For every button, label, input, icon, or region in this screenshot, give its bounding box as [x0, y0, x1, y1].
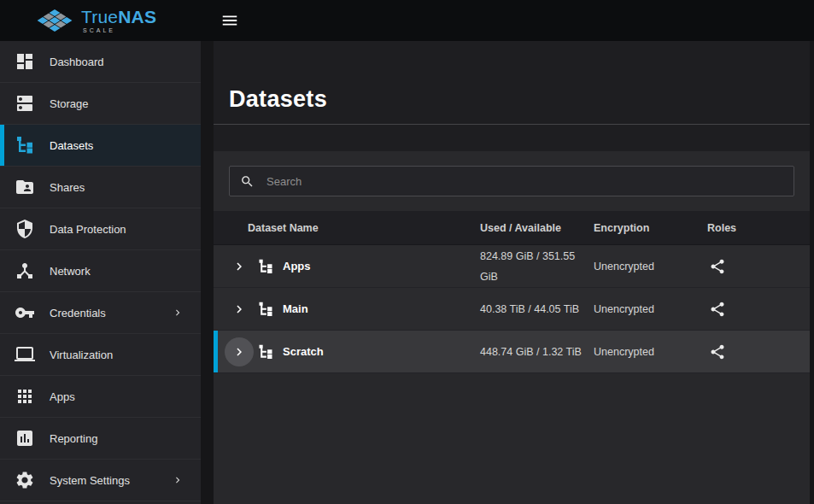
- dashboard-icon: [15, 51, 35, 72]
- table-body: Apps824.89 GiB / 351.55 GiBUnencryptedMa…: [214, 245, 810, 373]
- top-bar: TrueNAS SCALE: [0, 0, 814, 41]
- encryption-cell: Unencrypted: [594, 261, 707, 273]
- sidebar-item-reporting[interactable]: Reporting: [0, 418, 201, 460]
- share-icon[interactable]: [709, 301, 726, 318]
- sidebar: DashboardStorageDatasetsSharesData Prote…: [0, 41, 201, 504]
- share-icon[interactable]: [709, 343, 726, 360]
- key-icon: [15, 302, 35, 323]
- page-title: Datasets: [229, 86, 327, 113]
- column-header-roles[interactable]: Roles: [707, 222, 810, 234]
- sidebar-item-label: Apps: [50, 390, 75, 403]
- truenas-logo[interactable]: TrueNAS SCALE: [0, 8, 201, 33]
- brand-text: TrueNAS SCALE: [81, 8, 156, 33]
- apps-icon: [15, 386, 35, 407]
- sidebar-item-label: System Settings: [50, 474, 130, 487]
- table-filler: [214, 373, 810, 504]
- gear-icon: [15, 470, 35, 490]
- used-available-cell: 448.74 GiB / 1.32 TiB: [480, 342, 594, 362]
- row-expander-chevron-icon[interactable]: [225, 295, 254, 324]
- dataset-name: Apps: [283, 260, 311, 273]
- datasets-icon: [15, 135, 35, 155]
- sidebar-item-label: Credentials: [50, 307, 106, 319]
- dataset-tree-icon: [257, 301, 274, 318]
- sidebar-item-credentials[interactable]: Credentials: [0, 292, 201, 334]
- brand-name-light: True: [81, 7, 118, 26]
- row-expander-chevron-icon[interactable]: [225, 252, 254, 281]
- roles-cell: [707, 258, 810, 275]
- dataset-tree-icon: [257, 258, 274, 275]
- column-header-used-available[interactable]: Used / Available: [480, 222, 594, 234]
- hamburger-menu-icon[interactable]: [220, 10, 240, 31]
- shares-icon: [15, 177, 35, 197]
- dataset-name-cell: Apps: [214, 252, 480, 281]
- column-header-encryption[interactable]: Encryption: [594, 222, 707, 234]
- storage-icon: [15, 93, 35, 114]
- truenas-logo-icon: [36, 8, 73, 33]
- sidebar-item-label: Dashboard: [50, 56, 104, 68]
- search-input[interactable]: [265, 174, 783, 189]
- sidebar-item-label: Network: [50, 265, 91, 278]
- sidebar-item-shares[interactable]: Shares: [0, 167, 201, 208]
- network-icon: [15, 261, 35, 281]
- sidebar-item-datasets[interactable]: Datasets: [0, 125, 201, 167]
- brand-name-bold: NAS: [118, 7, 156, 26]
- dataset-tree-icon: [257, 343, 274, 360]
- chevron-right-icon: [172, 474, 184, 486]
- sidebar-item-storage[interactable]: Storage: [0, 83, 201, 125]
- datasets-panel: Dataset Name Used / Available Encryption…: [214, 151, 810, 504]
- sidebar-item-network[interactable]: Network: [0, 250, 201, 292]
- sidebar-item-label: Storage: [50, 97, 89, 110]
- shield-icon: [15, 219, 35, 239]
- main-layout: DashboardStorageDatasetsSharesData Prote…: [0, 41, 814, 504]
- encryption-cell: Unencrypted: [594, 346, 707, 358]
- content-area: Datasets Dataset Name Used / Available E…: [214, 41, 810, 504]
- brand-name: TrueNAS: [81, 8, 156, 26]
- search-box: [229, 166, 794, 196]
- sidebar-item-data-protection[interactable]: Data Protection: [0, 208, 201, 250]
- used-available-cell: 40.38 TiB / 44.05 TiB: [480, 299, 594, 319]
- used-available-cell: 824.89 GiB / 351.55 GiB: [480, 246, 594, 287]
- roles-cell: [707, 343, 810, 360]
- sidebar-item-label: Datasets: [50, 139, 93, 152]
- table-row-main[interactable]: Main40.38 TiB / 44.05 TiBUnencrypted: [214, 288, 810, 331]
- table-row-scratch[interactable]: Scratch448.74 GiB / 1.32 TiBUnencrypted: [214, 331, 810, 373]
- brand-subtitle: SCALE: [81, 27, 156, 33]
- sidebar-item-label: Shares: [50, 181, 85, 194]
- sidebar-item-system-settings[interactable]: System Settings: [0, 460, 201, 501]
- roles-cell: [707, 301, 810, 318]
- dataset-name: Scratch: [283, 345, 324, 358]
- laptop-icon: [15, 344, 35, 365]
- sidebar-item-label: Reporting: [50, 432, 97, 445]
- encryption-cell: Unencrypted: [594, 303, 707, 315]
- row-expander-chevron-icon[interactable]: [225, 337, 254, 366]
- table-header: Dataset Name Used / Available Encryption…: [214, 211, 810, 245]
- search-icon: [240, 174, 255, 189]
- chevron-right-icon: [172, 307, 184, 319]
- dataset-name: Main: [283, 302, 308, 315]
- page-header: Datasets: [214, 41, 810, 125]
- sidebar-item-label: Virtualization: [50, 349, 113, 361]
- dataset-name-cell: Scratch: [214, 337, 480, 366]
- sidebar-item-dashboard[interactable]: Dashboard: [0, 41, 201, 83]
- table-row-apps[interactable]: Apps824.89 GiB / 351.55 GiBUnencrypted: [214, 245, 810, 288]
- chart-icon: [15, 428, 35, 448]
- sidebar-item-apps[interactable]: Apps: [0, 376, 201, 418]
- header-spacer: [214, 125, 810, 151]
- app-window: TrueNAS SCALE DashboardStorageDatasetsSh…: [0, 0, 814, 504]
- dataset-name-cell: Main: [214, 295, 480, 324]
- sidebar-item-label: Data Protection: [50, 223, 126, 236]
- column-header-dataset-name[interactable]: Dataset Name: [214, 222, 480, 234]
- sidebar-item-virtualization[interactable]: Virtualization: [0, 334, 201, 376]
- share-icon[interactable]: [709, 258, 726, 275]
- search-section: [214, 151, 810, 211]
